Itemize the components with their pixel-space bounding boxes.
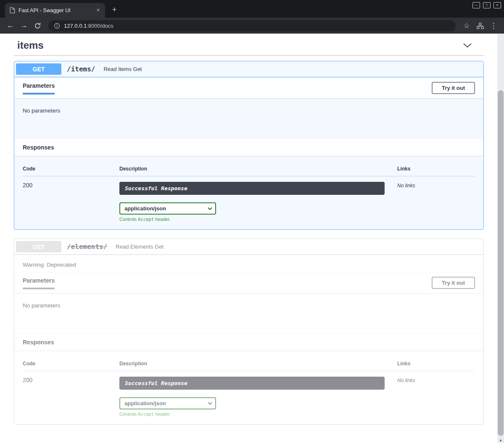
url-text: 127.0.0.1:8000/docs: [64, 23, 113, 29]
bookmark-star-icon[interactable]: ☆: [460, 20, 473, 31]
minimize-button[interactable]: —: [472, 2, 480, 8]
browser-window: Fast API - Swagger UI × + — □ × ← → 127.…: [0, 0, 504, 443]
scrollbar-thumb[interactable]: [498, 90, 504, 436]
response-description: Successful Response: [119, 182, 385, 195]
no-parameters-text: No parameters: [23, 302, 475, 309]
operation-path: /elements/: [67, 243, 107, 251]
scroll-down-arrow-icon[interactable]: ▾: [497, 438, 504, 443]
accept-header-note: Controls Accept header.: [119, 217, 397, 222]
section-title: items: [17, 39, 44, 51]
response-links: No links: [397, 377, 475, 383]
browser-tab[interactable]: Fast API - Swagger UI ×: [5, 3, 105, 18]
column-links: Links: [397, 166, 475, 172]
active-tab-underline: [23, 288, 55, 289]
response-row: 200 Successful Response application/json: [23, 371, 475, 417]
parameters-tab[interactable]: Parameters: [23, 277, 55, 289]
parameters-label: Parameters: [23, 277, 55, 284]
new-tab-button[interactable]: +: [109, 5, 119, 15]
method-badge: GET: [16, 241, 61, 252]
responses-heading: Responses: [23, 144, 54, 151]
tab-close-icon[interactable]: ×: [95, 7, 102, 14]
operation-path: /items/: [67, 65, 95, 73]
try-it-out-button[interactable]: Try it out: [432, 82, 475, 94]
response-row: 200 Successful Response application/json: [23, 176, 475, 222]
document-favicon-icon: [10, 7, 15, 13]
site-info-icon[interactable]: [54, 23, 60, 29]
responses-heading: Responses: [23, 339, 54, 346]
response-code: 200: [23, 182, 119, 189]
forward-button[interactable]: →: [18, 20, 30, 31]
column-code: Code: [23, 361, 119, 367]
window-controls: — □ ×: [472, 2, 501, 8]
menu-dots-icon[interactable]: ⋮: [487, 20, 500, 31]
media-type-select[interactable]: application/json: [119, 202, 216, 215]
address-bar[interactable]: 127.0.0.1:8000/docs: [48, 20, 456, 31]
deprecated-warning: Warning: Deprecated: [14, 255, 483, 272]
operation-summary[interactable]: GET /elements/ Read Elements Get: [14, 239, 483, 255]
column-description: Description: [119, 361, 397, 367]
accept-header-note: Controls Accept header.: [119, 412, 397, 417]
swagger-content: items GET /items/ Read Items Get Paramet…: [0, 34, 497, 425]
tab-title: Fast API - Swagger UI: [18, 8, 91, 13]
column-links: Links: [397, 361, 475, 367]
column-description: Description: [119, 166, 397, 172]
operation-summary-text: Read Items Get: [103, 66, 142, 72]
parameters-tab[interactable]: Parameters: [23, 82, 55, 94]
chevron-down-icon[interactable]: [463, 43, 483, 48]
tab-strip: Fast API - Swagger UI × + — □ ×: [0, 0, 504, 18]
method-badge: GET: [16, 63, 61, 75]
media-type-select[interactable]: application/json: [119, 397, 216, 409]
section-items-header[interactable]: items: [14, 38, 484, 56]
maximize-button[interactable]: □: [483, 2, 491, 8]
try-it-out-button[interactable]: Try it out: [432, 277, 475, 289]
tab-groups-icon[interactable]: [474, 20, 486, 31]
parameters-label: Parameters: [23, 82, 55, 89]
opblock-get-elements-deprecated: GET /elements/ Read Elements Get Warning…: [14, 239, 484, 425]
operation-summary-text: Read Elements Get: [116, 244, 163, 250]
browser-toolbar: ← → 127.0.0.1:8000/docs ☆ ⋮: [0, 18, 504, 34]
column-code: Code: [23, 166, 119, 172]
reload-button[interactable]: [31, 20, 44, 31]
response-description: Successful Response: [119, 377, 385, 390]
no-parameters-text: No parameters: [23, 107, 475, 114]
response-code: 200: [23, 377, 119, 383]
operation-summary[interactable]: GET /items/ Read Items Get: [14, 61, 483, 77]
scrollbar[interactable]: ▾: [497, 34, 504, 443]
responses-table-header: Code Description Links: [23, 156, 475, 176]
responses-table-header: Code Description Links: [23, 351, 475, 371]
active-tab-underline: [23, 93, 55, 94]
back-button[interactable]: ←: [4, 20, 17, 31]
response-links: No links: [397, 182, 475, 189]
swagger-page: items GET /items/ Read Items Get Paramet…: [0, 34, 504, 443]
opblock-get-items: GET /items/ Read Items Get Parameters Tr…: [14, 61, 484, 230]
close-button[interactable]: ×: [493, 2, 501, 8]
